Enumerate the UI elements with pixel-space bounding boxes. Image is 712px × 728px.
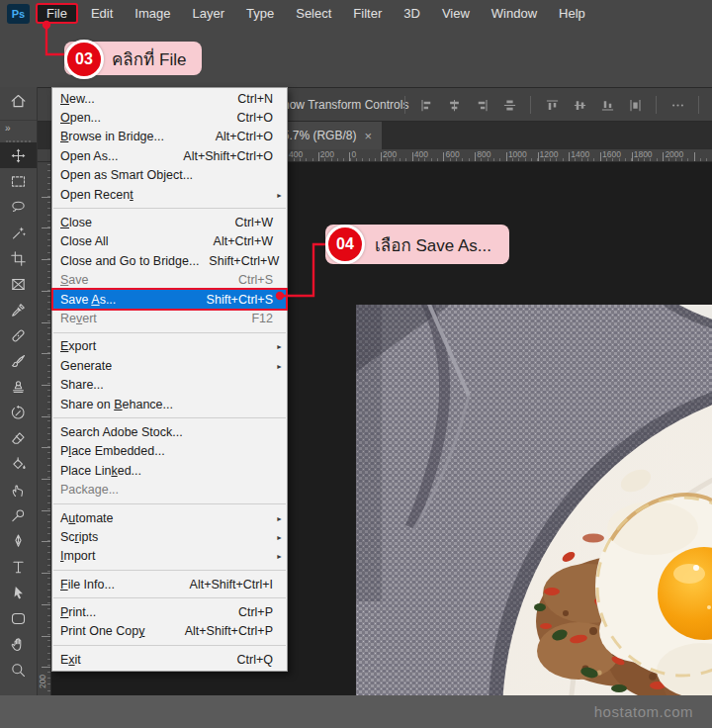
ruler-label: 1200	[540, 149, 559, 159]
menu-item-shortcut: Alt+Shift+Ctrl+I	[180, 578, 273, 592]
lasso-tool[interactable]	[0, 194, 37, 220]
eraser-tool[interactable]	[0, 425, 37, 451]
menu-item-label: Close	[60, 216, 92, 229]
eyedropper-tool[interactable]	[0, 297, 37, 322]
align-bottom-icon[interactable]	[597, 95, 617, 115]
collapse-panel-button[interactable]: »	[0, 121, 37, 135]
menu-item-label: New...	[60, 92, 95, 106]
menu-item-open[interactable]: Open...Ctrl+O	[52, 108, 287, 127]
menubar-item-filter[interactable]: Filter	[342, 3, 393, 24]
align-top-icon[interactable]	[542, 95, 562, 115]
distribute-vertical-icon[interactable]	[625, 95, 645, 115]
menubar-item-edit[interactable]: Edit	[80, 3, 124, 24]
magic-wand-tool[interactable]	[0, 220, 37, 245]
options-separator	[404, 96, 405, 114]
menubar-item-3d[interactable]: 3D	[393, 3, 431, 24]
zoom-tool[interactable]	[0, 657, 37, 682]
menu-item-label: Print...	[60, 605, 96, 619]
menubar-item-image[interactable]: Image	[124, 3, 181, 24]
menu-item-generate[interactable]: Generate►	[52, 356, 287, 375]
menu-item-export[interactable]: Export►	[52, 337, 287, 356]
brush-tool[interactable]	[0, 348, 37, 374]
menu-item-label: File Info...	[60, 578, 115, 592]
menu-item-browse-in-bridge[interactable]: Browse in Bridge...Alt+Ctrl+O	[52, 128, 287, 146]
ruler-label: 2000	[665, 149, 683, 159]
menu-item-place-linked[interactable]: Place Linked...	[52, 461, 287, 480]
menu-item-exit[interactable]: ExitCtrl+Q	[52, 650, 287, 669]
align-left-icon[interactable]	[416, 95, 436, 115]
menu-item-label: Revert	[60, 312, 97, 325]
smudge-tool[interactable]	[0, 477, 37, 502]
menu-item-scripts[interactable]: Scripts►	[52, 527, 287, 546]
spot-healing-brush-tool[interactable]	[0, 322, 37, 348]
clone-stamp-tool[interactable]	[0, 374, 37, 400]
align-middle-vertical-icon[interactable]	[570, 95, 589, 115]
menubar-item-file[interactable]: File	[36, 3, 78, 24]
path-selection-tool[interactable]	[0, 580, 37, 605]
menubar-item-window[interactable]: Window	[481, 3, 548, 24]
menubar-item-view[interactable]: View	[431, 3, 481, 24]
crop-tool[interactable]	[0, 245, 37, 271]
panel-grip[interactable]	[6, 135, 31, 142]
food-photo	[356, 305, 712, 695]
step-4-number: 04	[325, 225, 365, 264]
menu-separator	[52, 593, 287, 602]
ruler-label: 800	[477, 149, 490, 159]
frame-tool[interactable]	[0, 271, 37, 297]
menu-separator	[52, 641, 287, 650]
dodge-tool[interactable]	[0, 502, 37, 528]
menu-item-open-recent[interactable]: Open Recent►	[52, 185, 287, 204]
menu-item-label: Package...	[60, 483, 119, 497]
menu-item-label: Open...	[60, 111, 101, 125]
tools-panel: »	[0, 87, 38, 695]
history-brush-tool[interactable]	[0, 400, 37, 425]
align-center-horizontal-icon[interactable]	[444, 95, 464, 115]
submenu-arrow-icon: ►	[276, 343, 283, 350]
ruler-label: 400	[414, 149, 428, 159]
menu-item-share[interactable]: Share...	[52, 375, 287, 394]
menu-item-label: Open As...	[60, 149, 118, 163]
menu-item-print-one-copy[interactable]: Print One CopyAlt+Shift+Ctrl+P	[52, 622, 287, 641]
paint-bucket-tool[interactable]	[0, 451, 37, 477]
menubar-item-type[interactable]: Type	[235, 3, 285, 24]
menu-item-label: Import	[60, 549, 95, 563]
distribute-horizontal-icon[interactable]	[499, 95, 519, 115]
rectangular-marquee-tool[interactable]	[0, 168, 37, 194]
menu-item-automate[interactable]: Automate►	[52, 508, 287, 527]
menu-item-print[interactable]: Print...Ctrl+P	[52, 602, 287, 621]
menu-item-close-and-go-to-bridge[interactable]: Close and Go to Bridge...Shift+Ctrl+W	[52, 251, 287, 270]
menu-item-search-adobe-stock[interactable]: Search Adobe Stock...	[52, 422, 287, 441]
menu-item-close[interactable]: CloseCtrl+W	[52, 213, 287, 231]
tool-list	[0, 142, 37, 682]
shape-tool[interactable]	[0, 605, 37, 631]
menu-item-label: Automate	[60, 511, 114, 525]
menubar-item-select[interactable]: Select	[285, 3, 342, 24]
ruler-label: 200	[320, 149, 334, 159]
menubar-item-layer[interactable]: Layer	[182, 3, 236, 24]
ruler-label: 200	[383, 149, 397, 159]
home-button[interactable]	[0, 87, 37, 121]
menu-item-import[interactable]: Import►	[52, 547, 287, 566]
hand-tool[interactable]	[0, 631, 37, 657]
menu-item-open-as[interactable]: Open As...Alt+Shift+Ctrl+O	[52, 146, 287, 165]
menu-item-close-all[interactable]: Close AllAlt+Ctrl+W	[52, 232, 287, 251]
menubar-item-help[interactable]: Help	[548, 3, 596, 24]
more-options-icon[interactable]	[668, 95, 687, 115]
menu-item-open-as-smart-object[interactable]: Open as Smart Object...	[52, 166, 287, 185]
pen-tool[interactable]	[0, 528, 37, 554]
move-tool[interactable]	[0, 142, 37, 168]
menu-item-save-as[interactable]: Save As...Shift+Ctrl+S	[52, 290, 287, 309]
ruler-label: 400	[289, 149, 303, 159]
menu-item-new[interactable]: New...Ctrl+N	[52, 89, 287, 108]
menu-item-place-embedded[interactable]: Place Embedded...	[52, 442, 287, 461]
menu-item-label: Open Recent	[60, 188, 134, 202]
menu-item-label: Exit	[60, 653, 81, 667]
tab-close-icon[interactable]: ×	[364, 130, 372, 142]
watermark-text: hostatom.com	[594, 703, 693, 720]
align-right-icon[interactable]	[472, 95, 491, 115]
menu-item-share-on-behance[interactable]: Share on Behance...	[52, 395, 287, 413]
menu-item-shortcut: Ctrl+O	[227, 111, 273, 125]
type-tool[interactable]	[0, 554, 37, 580]
menu-item-file-info[interactable]: File Info...Alt+Shift+Ctrl+I	[52, 575, 287, 593]
menu-item-shortcut: Ctrl+P	[228, 605, 273, 619]
